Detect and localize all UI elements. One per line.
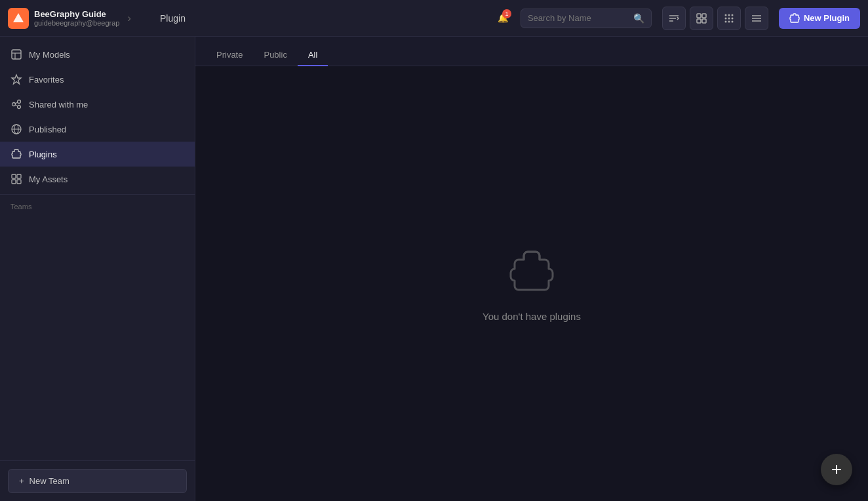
svg-point-26 xyxy=(18,106,21,109)
svg-rect-5 xyxy=(702,14,706,18)
new-plugin-button[interactable]: New Plugin xyxy=(779,8,860,29)
sidebar-nav: My Models Favorites xyxy=(0,37,195,460)
sidebar-item-label: Shared with me xyxy=(29,100,88,110)
my-assets-icon xyxy=(10,173,22,185)
sidebar-item-my-models[interactable]: My Models xyxy=(0,42,195,67)
list-view-button[interactable] xyxy=(745,7,768,30)
empty-state-message: You don't have plugins xyxy=(483,311,581,322)
svg-rect-33 xyxy=(17,174,21,178)
svg-point-25 xyxy=(18,100,21,104)
svg-point-14 xyxy=(724,20,726,22)
sidebar: My Models Favorites xyxy=(0,37,195,501)
svg-marker-0 xyxy=(13,13,24,22)
sidebar-item-favorites[interactable]: Favorites xyxy=(0,67,195,92)
logo-area: BeeGraphy Guide guidebeegraphy@beegrap › xyxy=(8,8,152,29)
app-logo xyxy=(8,8,29,29)
svg-point-9 xyxy=(728,14,730,16)
shared-icon xyxy=(10,98,22,110)
page-title: Plugin xyxy=(160,13,186,24)
notification-badge: 1 xyxy=(502,9,511,18)
sidebar-item-label: Plugins xyxy=(29,150,57,159)
svg-rect-37 xyxy=(836,465,837,474)
new-team-label: New Team xyxy=(30,476,69,486)
sort-button[interactable] xyxy=(662,7,686,30)
new-team-plus-icon: + xyxy=(19,476,24,486)
user-email: guidebeegraphy@beegrap xyxy=(34,19,119,27)
svg-line-28 xyxy=(15,105,18,106)
floating-action-button[interactable] xyxy=(821,454,852,485)
svg-point-8 xyxy=(724,14,726,16)
sidebar-item-label: My Models xyxy=(29,50,70,60)
published-icon xyxy=(10,123,22,135)
search-icon[interactable]: 🔍 xyxy=(633,13,644,24)
svg-point-15 xyxy=(728,20,730,22)
sidebar-item-label: Favorites xyxy=(29,75,64,85)
svg-line-27 xyxy=(15,102,18,104)
svg-rect-32 xyxy=(12,174,16,178)
favorites-icon xyxy=(10,73,22,85)
tab-public[interactable]: Public xyxy=(253,45,297,66)
sidebar-item-label: My Assets xyxy=(29,174,68,184)
tab-private[interactable]: Private xyxy=(206,45,253,66)
svg-rect-7 xyxy=(702,19,706,23)
svg-point-16 xyxy=(731,20,733,22)
notifications-button[interactable]: 🔔 1 xyxy=(492,7,515,30)
sidebar-item-shared-with-me[interactable]: Shared with me xyxy=(0,92,195,117)
sidebar-item-plugins[interactable]: Plugins xyxy=(0,142,195,167)
body-area: My Models Favorites xyxy=(0,37,868,501)
svg-point-12 xyxy=(728,17,730,19)
my-models-icon xyxy=(10,49,22,60)
svg-rect-34 xyxy=(12,180,16,184)
toolbar-buttons xyxy=(662,7,768,30)
sidebar-item-published[interactable]: Published xyxy=(0,117,195,142)
svg-point-10 xyxy=(731,14,733,16)
tabs-bar: Private Public All xyxy=(195,37,868,66)
teams-section-label: Teams xyxy=(0,197,195,213)
svg-rect-35 xyxy=(17,180,21,184)
svg-marker-23 xyxy=(12,75,21,84)
tab-all[interactable]: All xyxy=(298,45,328,66)
new-team-button[interactable]: + New Team xyxy=(8,469,187,493)
svg-rect-6 xyxy=(697,19,701,23)
svg-rect-4 xyxy=(697,14,701,18)
expand-icon[interactable]: › xyxy=(127,12,130,24)
header: BeeGraphy Guide guidebeegraphy@beegrap ›… xyxy=(0,0,868,37)
user-name: BeeGraphy Guide xyxy=(34,9,119,19)
main-content: Private Public All You don't have plugin… xyxy=(195,37,868,501)
sidebar-bottom: + New Team xyxy=(0,460,195,501)
svg-point-24 xyxy=(12,103,16,106)
svg-rect-20 xyxy=(12,50,21,59)
svg-point-11 xyxy=(724,17,726,19)
grid-view-button[interactable] xyxy=(690,7,713,30)
sidebar-item-label: Published xyxy=(29,125,66,134)
svg-point-13 xyxy=(731,17,733,19)
search-input[interactable] xyxy=(528,13,628,23)
apps-view-button[interactable] xyxy=(717,7,741,30)
search-box[interactable]: 🔍 xyxy=(521,9,652,28)
sidebar-item-my-assets[interactable]: My Assets xyxy=(0,167,195,191)
user-info: BeeGraphy Guide guidebeegraphy@beegrap xyxy=(34,9,119,27)
empty-plugin-icon xyxy=(505,245,558,298)
plugins-icon xyxy=(10,148,22,160)
sidebar-divider xyxy=(0,194,195,195)
empty-state-area: You don't have plugins xyxy=(195,66,868,501)
